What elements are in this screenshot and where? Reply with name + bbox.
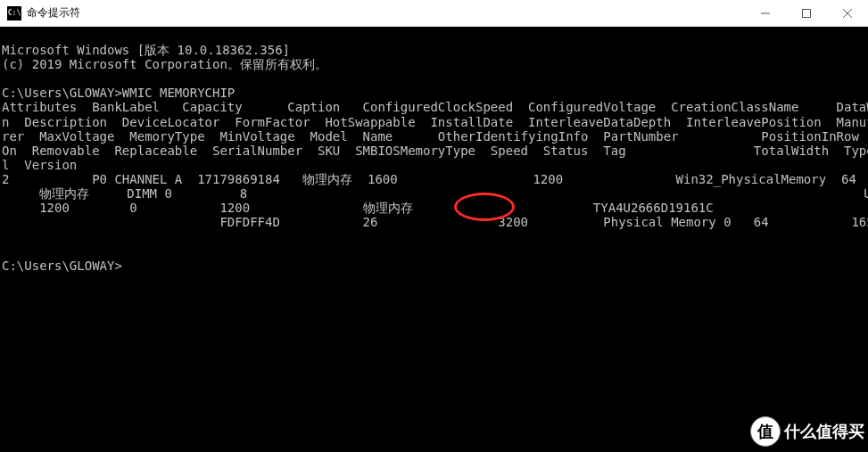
terminal-line: (c) 2019 Microsoft Corporation。保留所有权利。: [2, 57, 327, 71]
terminal-line: l Version: [2, 158, 77, 172]
terminal-prompt: C:\Users\GLOWAY>: [2, 259, 122, 273]
window-title: 命令提示符: [27, 5, 745, 21]
terminal-line: 1200 0 1200 物理内存 TYA4U2666D19161C: [2, 201, 714, 215]
watermark-text: 什么值得买: [784, 421, 864, 442]
terminal-output[interactable]: Microsoft Windows [版本 10.0.18362.356] (c…: [0, 27, 868, 452]
close-icon: [843, 9, 852, 18]
maximize-icon: [802, 9, 811, 18]
watermark: 值 什么值得买: [750, 416, 864, 447]
terminal-line: FDFDFF4D 26 3200 Physical Memory 0 64 16…: [2, 215, 868, 229]
terminal-line: rer MaxVoltage MemoryType MinVoltage Mod…: [2, 129, 868, 144]
svg-line-3: [843, 9, 852, 18]
terminal-prompt: C:\Users\GLOWAY>WMIC MEMORYCHIP: [2, 86, 235, 100]
terminal-line: Microsoft Windows [版本 10.0.18362.356]: [2, 43, 290, 57]
minimize-button[interactable]: [745, 0, 786, 26]
terminal-line: n Description DeviceLocator FormFactor H…: [2, 115, 868, 129]
close-button[interactable]: [827, 0, 868, 26]
svg-rect-1: [803, 9, 811, 17]
terminal-line: On Removable Replaceable SerialNumber SK…: [2, 144, 868, 158]
terminal-line: 2 P0 CHANNEL A 17179869184 物理内存 1600 120…: [2, 172, 856, 186]
minimize-icon: [761, 9, 770, 18]
terminal-line: Attributes BankLabel Capacity Caption Co…: [2, 100, 868, 114]
titlebar[interactable]: C:\ 命令提示符: [0, 0, 868, 27]
maximize-button[interactable]: [786, 0, 827, 26]
svg-line-2: [843, 9, 852, 18]
window-controls: [745, 0, 868, 26]
command-prompt-window: C:\ 命令提示符 Microsoft Windows [版本 10.0.183…: [0, 0, 868, 452]
watermark-badge-icon: 值: [750, 416, 781, 447]
terminal-line: 物理内存 DIMM 0 8 Unknown: [2, 186, 868, 201]
app-icon: C:\: [7, 6, 21, 21]
